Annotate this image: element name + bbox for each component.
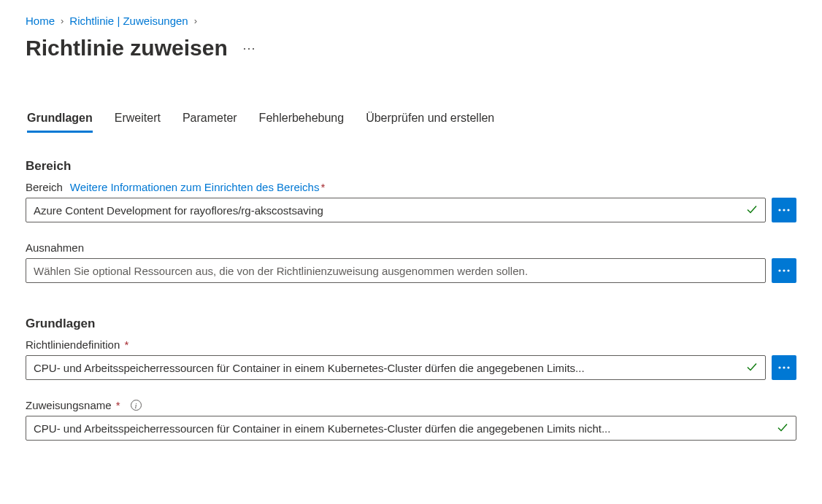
tabs: Grundlagen Erweitert Parameter Fehlerbeh… xyxy=(26,112,796,133)
tab-basics[interactable]: Grundlagen xyxy=(27,112,93,133)
policy-definition-label-row: Richtliniendefinition * xyxy=(26,338,796,351)
section-heading-scope: Bereich xyxy=(26,159,796,174)
required-indicator: * xyxy=(320,181,325,193)
breadcrumb: Home › Richtlinie | Zuweisungen › xyxy=(26,15,796,27)
policy-definition-value: CPU- und Arbeitsspeicherressourcen für C… xyxy=(34,362,740,374)
policy-definition-label-text: Richtliniendefinition xyxy=(26,338,120,351)
scope-label: Bereich xyxy=(26,181,63,193)
more-icon[interactable]: ⋯ xyxy=(242,40,256,56)
scope-input-row: Azure Content Development for rayoflores… xyxy=(26,198,796,222)
svg-point-2 xyxy=(787,209,789,211)
required-indicator: * xyxy=(121,338,128,351)
svg-point-6 xyxy=(778,366,780,368)
breadcrumb-home[interactable]: Home xyxy=(26,15,55,27)
tab-review-create[interactable]: Überprüfen und erstellen xyxy=(366,112,494,133)
svg-point-5 xyxy=(787,269,789,271)
policy-definition-input-row: CPU- und Arbeitsspeicherressourcen für C… xyxy=(26,355,796,380)
scope-input[interactable]: Azure Content Development for rayoflores… xyxy=(26,198,766,222)
assignment-name-label-text: Zuweisungsname xyxy=(26,399,112,411)
scope-help-link[interactable]: Weitere Informationen zum Einrichten des… xyxy=(70,181,325,193)
breadcrumb-policy-assignments[interactable]: Richtlinie | Zuweisungen xyxy=(69,15,188,27)
scope-help-link-text: Weitere Informationen zum Einrichten des… xyxy=(70,181,320,193)
chevron-right-icon: › xyxy=(194,15,197,26)
page-title: Richtlinie zuweisen xyxy=(26,36,228,61)
scope-picker-button[interactable] xyxy=(772,198,796,222)
required-indicator: * xyxy=(113,399,120,411)
svg-point-8 xyxy=(787,366,789,368)
exclusions-picker-button[interactable] xyxy=(772,258,796,283)
page-title-row: Richtlinie zuweisen ⋯ xyxy=(26,36,796,61)
policy-definition-label: Richtliniendefinition * xyxy=(26,338,128,351)
svg-point-4 xyxy=(783,269,785,271)
policy-definition-picker-button[interactable] xyxy=(772,355,796,380)
check-icon xyxy=(777,422,788,435)
assignment-name-input-row: CPU- und Arbeitsspeicherressourcen für C… xyxy=(26,416,796,441)
svg-point-7 xyxy=(783,366,785,368)
tab-parameters[interactable]: Parameter xyxy=(183,112,237,133)
info-icon[interactable]: i xyxy=(131,400,142,411)
exclusions-placeholder: Wählen Sie optional Ressourcen aus, die … xyxy=(34,265,758,277)
svg-point-1 xyxy=(783,209,785,211)
tab-remediation[interactable]: Fehlerbehebung xyxy=(259,112,345,133)
policy-definition-input[interactable]: CPU- und Arbeitsspeicherressourcen für C… xyxy=(26,355,766,380)
check-icon xyxy=(746,203,758,217)
exclusions-input[interactable]: Wählen Sie optional Ressourcen aus, die … xyxy=(26,258,766,283)
exclusions-input-row: Wählen Sie optional Ressourcen aus, die … xyxy=(26,258,796,283)
assignment-name-input[interactable]: CPU- und Arbeitsspeicherressourcen für C… xyxy=(26,416,796,441)
chevron-right-icon: › xyxy=(61,15,64,26)
exclusions-label: Ausnahmen xyxy=(26,241,84,254)
svg-point-0 xyxy=(778,209,780,211)
scope-label-row: Bereich Weitere Informationen zum Einric… xyxy=(26,181,796,193)
scope-value: Azure Content Development for rayoflores… xyxy=(34,204,740,217)
exclusions-label-row: Ausnahmen xyxy=(26,241,796,254)
tab-advanced[interactable]: Erweitert xyxy=(115,112,161,133)
check-icon xyxy=(746,361,758,375)
assignment-name-label: Zuweisungsname * xyxy=(26,399,120,411)
assignment-name-value: CPU- und Arbeitsspeicherressourcen für C… xyxy=(34,422,771,435)
section-heading-basics: Grundlagen xyxy=(26,317,796,331)
svg-point-3 xyxy=(778,269,780,271)
assignment-name-label-row: Zuweisungsname * i xyxy=(26,399,796,411)
